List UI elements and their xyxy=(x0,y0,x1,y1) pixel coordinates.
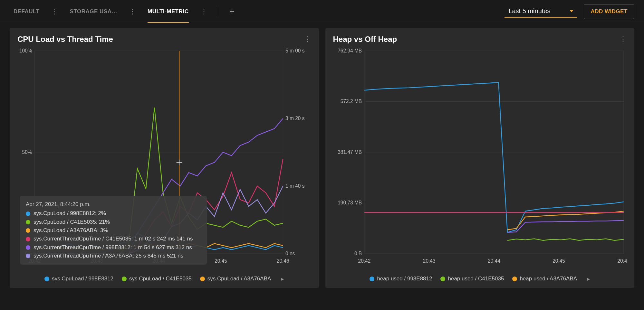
panel-cpu-thread: CPU Load vs Thread Time ⋮ 0%50%100%0 ns1… xyxy=(10,28,319,288)
panel-title: Heap vs Off Heap xyxy=(333,35,397,44)
tab-menu-icon[interactable]: ⋮ xyxy=(195,7,213,16)
chart-right[interactable]: 0 B190.73 MB381.47 MB572.2 MB762.94 MB20… xyxy=(333,48,627,273)
tab-menu-icon[interactable]: ⋮ xyxy=(46,7,63,16)
top-bar: DEFAULT ⋮ STORAGE USA… ⋮ MULTI-METRIC ⋮ … xyxy=(0,0,644,23)
caret-down-icon xyxy=(570,10,573,12)
svg-text:5 m 00 s: 5 m 00 s xyxy=(285,48,305,53)
svg-text:3 m 20 s: 3 m 20 s xyxy=(285,116,305,121)
svg-text:572.2 MB: 572.2 MB xyxy=(340,99,361,104)
time-range-label: Last 5 minutes xyxy=(508,7,550,15)
tooltip-row: sys.CpuLoad / C41E5035: 21% xyxy=(26,218,201,226)
svg-text:100%: 100% xyxy=(19,48,32,53)
tooltip-row: sys.CpuLoad / 998E8812: 2% xyxy=(26,209,201,218)
tab-storage[interactable]: STORAGE USA… xyxy=(66,0,121,23)
svg-text:20:42: 20:42 xyxy=(358,258,370,264)
svg-text:1 m 40 s: 1 m 40 s xyxy=(285,183,305,189)
svg-text:190.73 MB: 190.73 MB xyxy=(338,200,362,205)
panel-menu-icon[interactable]: ⋮ xyxy=(620,35,627,43)
legend-left: sys.CpuLoad / 998E8812sys.CpuLoad / C41E… xyxy=(17,276,311,282)
legend-item[interactable]: sys.CpuLoad / C41E5035 xyxy=(122,276,192,282)
divider xyxy=(218,6,218,17)
legend-more-icon[interactable]: ▸ xyxy=(587,276,590,282)
svg-text:762.94 MB: 762.94 MB xyxy=(338,48,362,53)
tooltip-row: sys.CurrentThreadCpuTime / A3A76ABA: 25 … xyxy=(26,252,201,260)
tooltip: Apr 27, 2021, 8:44:20 p.m. sys.CpuLoad /… xyxy=(20,196,207,265)
legend-item[interactable]: heap.used / 998E8812 xyxy=(370,276,432,282)
tab-multi-metric[interactable]: MULTI-METRIC xyxy=(144,0,193,23)
panel-title: CPU Load vs Thread Time xyxy=(17,35,113,44)
panel-menu-icon[interactable]: ⋮ xyxy=(304,35,311,43)
svg-text:20:45: 20:45 xyxy=(553,258,565,264)
svg-text:20:44: 20:44 xyxy=(487,258,500,264)
tab-default[interactable]: DEFAULT xyxy=(10,0,43,23)
svg-text:20:46: 20:46 xyxy=(277,258,289,264)
tooltip-time: Apr 27, 2021, 8:44:20 p.m. xyxy=(26,200,201,209)
svg-text:20:46: 20:46 xyxy=(617,258,627,264)
svg-text:0 ns: 0 ns xyxy=(285,251,295,256)
legend-item[interactable]: heap.used / A3A76ABA xyxy=(512,276,577,282)
add-tab-button[interactable]: + xyxy=(223,6,241,16)
legend-more-icon[interactable]: ▸ xyxy=(281,276,284,282)
svg-text:20:45: 20:45 xyxy=(215,258,227,264)
tabs: DEFAULT ⋮ STORAGE USA… ⋮ MULTI-METRIC ⋮ … xyxy=(10,0,241,23)
legend-item[interactable]: heap.used / C41E5035 xyxy=(440,276,504,282)
tab-menu-icon[interactable]: ⋮ xyxy=(124,7,141,16)
svg-text:20:43: 20:43 xyxy=(423,258,435,264)
svg-text:381.47 MB: 381.47 MB xyxy=(338,149,362,155)
tooltip-row: sys.CurrentThreadCpuTime / 998E8812: 1 m… xyxy=(26,243,201,252)
legend-right: heap.used / 998E8812heap.used / C41E5035… xyxy=(333,276,627,282)
legend-item[interactable]: sys.CpuLoad / 998E8812 xyxy=(44,276,113,282)
chart-left[interactable]: 0%50%100%0 ns1 m 40 s3 m 20 s5 m 00 s20:… xyxy=(17,48,311,273)
svg-text:50%: 50% xyxy=(22,149,32,155)
panels-row: CPU Load vs Thread Time ⋮ 0%50%100%0 ns1… xyxy=(0,23,644,293)
panel-heap: Heap vs Off Heap ⋮ 0 B190.73 MB381.47 MB… xyxy=(325,28,635,288)
svg-text:0 B: 0 B xyxy=(354,251,361,256)
time-range-selector[interactable]: Last 5 minutes xyxy=(505,5,577,18)
tooltip-row: sys.CpuLoad / A3A76ABA: 3% xyxy=(26,226,201,235)
tooltip-row: sys.CurrentThreadCpuTime / C41E5035: 1 m… xyxy=(26,235,201,243)
legend-item[interactable]: sys.CpuLoad / A3A76ABA xyxy=(200,276,271,282)
add-widget-button[interactable]: ADD WIDGET xyxy=(584,4,634,19)
